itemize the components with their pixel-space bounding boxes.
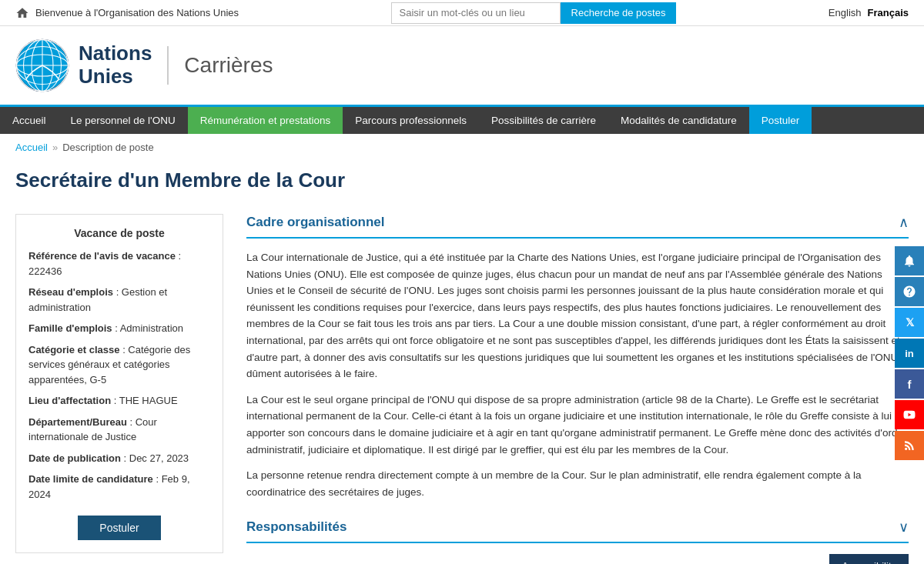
un-logo xyxy=(15,38,69,92)
section-cadre-para3: La personne retenue rendra directement c… xyxy=(246,467,909,500)
vacancy-field-publication: Date de publication : Dec 27, 2023 xyxy=(28,451,210,466)
notification-button[interactable] xyxy=(895,246,924,275)
twitter-icon: 𝕏 xyxy=(906,316,914,329)
lang-english[interactable]: English xyxy=(829,7,862,18)
section-responsabilites: Responsabilités ∨ xyxy=(246,519,909,543)
section-cadre-para2: La Cour est le seul organe principal de … xyxy=(246,392,909,458)
vacancy-field-limite: Date limite de candidature : Feb 9, 2024 xyxy=(28,472,210,502)
vacancy-field-reference: Référence de l'avis de vacance : 222436 xyxy=(28,249,210,279)
vacancy-field-lieu: Lieu d'affectation : THE HAGUE xyxy=(28,393,210,409)
section-cadre-para1: La Cour internationale de Justice, qui a… xyxy=(246,249,909,382)
nav-personnel[interactable]: Le personnel de l'ONU xyxy=(59,107,188,134)
rss-button[interactable] xyxy=(895,431,924,460)
section-responsabilites-header[interactable]: Responsabilités ∨ xyxy=(246,519,909,543)
vacancy-field-categorie: Catégorie et classe : Catégorie des serv… xyxy=(28,342,210,388)
right-panel: Cadre organisationnel ∧ La Cour internat… xyxy=(246,214,909,564)
section-competences: Accessibility Compétences xyxy=(246,554,909,564)
breadcrumb-home[interactable]: Accueil xyxy=(15,142,48,153)
welcome-area: Bienvenue à l'Organisation des Nations U… xyxy=(15,6,239,20)
breadcrumb-current: Description de poste xyxy=(62,142,154,153)
twitter-button[interactable]: 𝕏 xyxy=(895,308,924,337)
facebook-icon: f xyxy=(908,378,912,391)
logo-area: Nations Unies xyxy=(15,38,152,92)
accessibility-button[interactable]: Accessibility xyxy=(829,554,909,564)
section-responsabilites-toggle: ∨ xyxy=(899,519,909,536)
section-cadre-title: Cadre organisationnel xyxy=(246,215,384,230)
linkedin-button[interactable]: in xyxy=(895,339,924,368)
nav-modalites[interactable]: Modalités de candidature xyxy=(608,107,749,134)
facebook-button[interactable]: f xyxy=(895,369,924,399)
search-form: Recherche de postes xyxy=(391,2,677,24)
section-cadre-toggle: ∧ xyxy=(899,214,909,231)
home-icon xyxy=(15,6,29,20)
site-header: Nations Unies Carrières xyxy=(0,26,924,107)
section-cadre: Cadre organisationnel ∧ La Cour internat… xyxy=(246,214,909,500)
accessibility-bar: Accessibility xyxy=(246,554,909,564)
postuler-button[interactable]: Postuler xyxy=(78,516,160,540)
top-bar: Bienvenue à l'Organisation des Nations U… xyxy=(0,0,924,26)
breadcrumb-separator: » xyxy=(52,142,58,153)
social-sidebar: 𝕏 in f xyxy=(895,246,924,460)
vacancy-panel: Vacance de poste Référence de l'avis de … xyxy=(15,214,223,553)
vacancy-field-reseau: Réseau d'emplois : Gestion et administra… xyxy=(28,285,210,315)
breadcrumb: Accueil » Description de poste xyxy=(0,134,924,161)
help-button[interactable] xyxy=(895,277,924,306)
welcome-text: Bienvenue à l'Organisation des Nations U… xyxy=(35,7,239,18)
search-input[interactable] xyxy=(391,2,561,24)
header-divider xyxy=(167,46,169,85)
nav-parcours[interactable]: Parcours professionnels xyxy=(343,107,479,134)
main-nav: Accueil Le personnel de l'ONU Rémunérati… xyxy=(0,107,924,134)
page-title: Secrétaire d'un Membre de la Cour xyxy=(0,161,924,206)
nav-possibilites[interactable]: Possibilités de carrière xyxy=(479,107,608,134)
nav-accueil[interactable]: Accueil xyxy=(0,107,59,134)
site-subtitle: Carrières xyxy=(184,53,273,78)
vacancy-field-departement: Département/Bureau : Cour internationale… xyxy=(28,415,210,445)
vacancy-field-famille: Famille d'emplois : Administration xyxy=(28,321,210,336)
youtube-button[interactable] xyxy=(895,400,924,429)
search-button[interactable]: Recherche de postes xyxy=(561,2,677,24)
section-responsabilites-title: Responsabilités xyxy=(246,519,346,535)
site-name: Nations Unies xyxy=(79,42,152,88)
lang-french[interactable]: Français xyxy=(868,7,909,18)
linkedin-icon: in xyxy=(905,348,914,359)
section-cadre-body: La Cour internationale de Justice, qui a… xyxy=(246,249,909,500)
nav-postuler[interactable]: Postuler xyxy=(749,107,812,134)
vacancy-header: Vacance de poste xyxy=(28,227,210,239)
section-cadre-header[interactable]: Cadre organisationnel ∧ xyxy=(246,214,909,239)
nav-remuneration[interactable]: Rémunération et prestations xyxy=(188,107,343,134)
main-content: Vacance de poste Référence de l'avis de … xyxy=(0,206,924,564)
language-switcher: English Français xyxy=(829,7,909,18)
